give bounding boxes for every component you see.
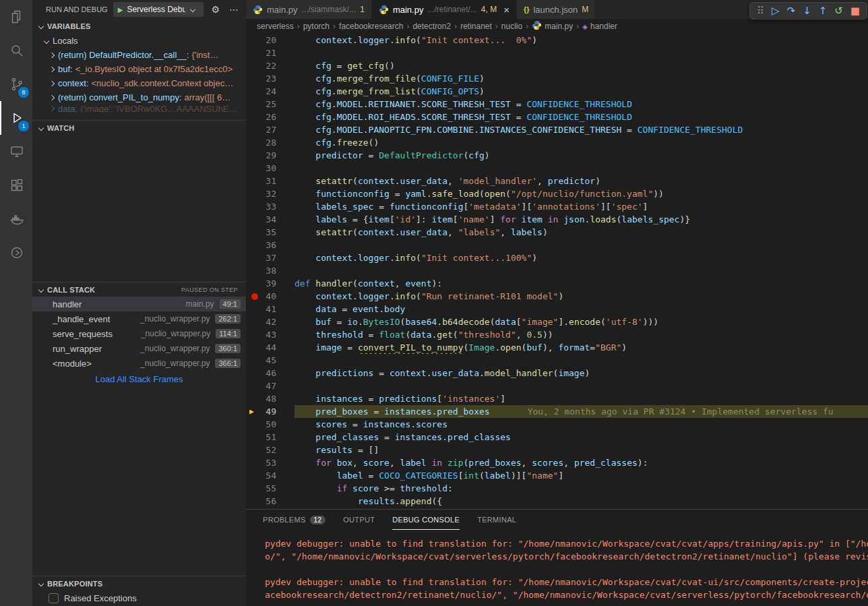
gutter[interactable]: 20 bbox=[246, 34, 294, 47]
gutter[interactable]: 46 bbox=[246, 367, 294, 380]
variables-section-header[interactable]: VARIABLES bbox=[32, 19, 246, 34]
activity-remote-explorer[interactable] bbox=[0, 135, 32, 169]
code-line[interactable]: 53 for box, score, label in zip(pred_box… bbox=[246, 456, 868, 469]
gutter[interactable]: 43 bbox=[246, 328, 294, 341]
variable-row[interactable]: context:<nuclio_sdk.context.Context obje… bbox=[32, 76, 246, 90]
activity-search[interactable] bbox=[0, 34, 32, 67]
gutter[interactable]: 37 bbox=[246, 251, 294, 264]
gutter[interactable]: 32 bbox=[246, 187, 294, 200]
gutter[interactable]: 55 bbox=[246, 482, 294, 495]
gutter[interactable]: 36 bbox=[246, 239, 294, 251]
breakpoint-row[interactable]: Raised Exceptions bbox=[32, 590, 246, 605]
code-line[interactable]: 25 cfg.MODEL.RETINANET.SCORE_THRESH_TEST… bbox=[246, 98, 868, 111]
code-line[interactable]: 26 cfg.MODEL.ROI_HEADS.SCORE_THRESH_TEST… bbox=[246, 111, 868, 123]
disconnect-icon[interactable]: ■ bbox=[850, 6, 860, 16]
code-line[interactable]: 55 if score >= threshold: bbox=[246, 482, 868, 495]
code-line[interactable]: ▶49 pred_boxes = instances.pred_boxesYou… bbox=[246, 405, 868, 418]
code-line[interactable]: 38 bbox=[246, 264, 868, 277]
gutter[interactable]: 31 bbox=[246, 175, 294, 187]
gutter[interactable]: 34 bbox=[246, 213, 294, 226]
gutter[interactable]: ▶49 bbox=[246, 405, 294, 418]
gutter[interactable]: 42 bbox=[246, 315, 294, 328]
code-line[interactable]: 20 context.logger.info("Init context... … bbox=[246, 34, 868, 47]
debug-console-output[interactable]: pydev debugger: unable to find translati… bbox=[246, 530, 868, 606]
code-line[interactable]: 39def handler(context, event): bbox=[246, 277, 868, 290]
gutter[interactable]: 30 bbox=[246, 162, 294, 175]
step-out-icon[interactable]: ↑ bbox=[819, 6, 828, 16]
gutter[interactable]: 33 bbox=[246, 200, 294, 213]
watch-section-header[interactable]: WATCH bbox=[32, 120, 246, 135]
gutter[interactable]: 38 bbox=[246, 264, 294, 277]
gutter[interactable]: 28 bbox=[246, 136, 294, 149]
editor-tab[interactable]: main.py.../retinanet/...4, M× bbox=[372, 0, 517, 19]
code-line[interactable]: 47 bbox=[246, 380, 868, 392]
breadcrumb-item[interactable]: nuclio bbox=[501, 22, 522, 31]
code-line[interactable]: 22 cfg = get_cfg() bbox=[246, 59, 868, 72]
gutter[interactable]: 56 bbox=[246, 495, 294, 508]
gutter[interactable]: 35 bbox=[246, 226, 294, 239]
code-line[interactable]: 43 threshold = float(data.get("threshold… bbox=[246, 328, 868, 341]
code-line[interactable]: 33 labels_spec = functionconfig['metadat… bbox=[246, 200, 868, 213]
gutter[interactable]: 44 bbox=[246, 341, 294, 354]
code-line[interactable]: 30 bbox=[246, 162, 868, 175]
gutter[interactable]: 39 bbox=[246, 277, 294, 290]
gutter[interactable]: 47 bbox=[246, 380, 294, 392]
gutter[interactable]: 41 bbox=[246, 303, 294, 315]
breadcrumb-item[interactable]: serverless bbox=[257, 22, 294, 31]
more-actions-icon[interactable]: ⋯ bbox=[227, 4, 241, 15]
gutter[interactable]: 51 bbox=[246, 431, 294, 444]
code-line[interactable]: 41 data = event.body bbox=[246, 303, 868, 315]
gutter[interactable]: 29 bbox=[246, 149, 294, 162]
code-line[interactable]: 24 cfg.merge_from_list(CONFIG_OPTS) bbox=[246, 85, 868, 98]
gutter[interactable]: 52 bbox=[246, 444, 294, 456]
gutter[interactable]: 27 bbox=[246, 123, 294, 136]
editor-tab[interactable]: {}launch.jsonM bbox=[517, 0, 596, 19]
code-line[interactable]: 50 scores = instances.scores bbox=[246, 418, 868, 431]
activity-live-share[interactable] bbox=[0, 236, 32, 270]
stack-frame[interactable]: run_wrapper_nuclio_wrapper.py360:1 bbox=[32, 341, 246, 356]
activity-source-control[interactable]: 8 bbox=[0, 67, 32, 101]
gutter[interactable]: 21 bbox=[246, 47, 294, 59]
gutter[interactable]: 53 bbox=[246, 456, 294, 469]
activity-docker[interactable] bbox=[0, 202, 32, 236]
step-into-icon[interactable]: ↓ bbox=[803, 6, 811, 16]
code-line[interactable]: 23 cfg.merge_from_file(CONFIG_FILE) bbox=[246, 72, 868, 85]
gutter[interactable]: 23 bbox=[246, 72, 294, 85]
code-line[interactable]: 48 instances = predictions['instances'] bbox=[246, 392, 868, 405]
breadcrumb-item[interactable]: detectron2 bbox=[412, 22, 451, 31]
gutter[interactable]: 24 bbox=[246, 85, 294, 98]
code-line[interactable]: 40 context.logger.info("Run retinanet-R1… bbox=[246, 290, 868, 303]
gutter[interactable]: 50 bbox=[246, 418, 294, 431]
variable-row[interactable]: (return) DefaultPredictor.__call__:{'ins… bbox=[32, 48, 246, 62]
breadcrumb-item[interactable]: pytorch bbox=[303, 22, 330, 31]
gear-icon[interactable]: ⚙ bbox=[209, 4, 222, 15]
stack-frame[interactable]: serve_requests_nuclio_wrapper.py114:1 bbox=[32, 326, 246, 341]
breadcrumb-item[interactable]: facebookresearch bbox=[339, 22, 403, 31]
code-line[interactable]: 54 label = COCO_CATEGORIES[int(label)]["… bbox=[246, 469, 868, 482]
panel-tab-output[interactable]: OUTPUT bbox=[343, 510, 375, 530]
editor-tab[interactable]: main.py.../siammask/...1 bbox=[246, 0, 372, 19]
breakpoints-section-header[interactable]: BREAKPOINTS bbox=[32, 576, 246, 590]
code-line[interactable]: 37 context.logger.info("Init context...1… bbox=[246, 251, 868, 264]
code-line[interactable]: 27 cfg.MODEL.PANOPTIC_FPN.COMBINE.INSTAN… bbox=[246, 123, 868, 136]
code-line[interactable]: 35 setattr(context.user_data, "labels", … bbox=[246, 226, 868, 239]
stack-frame[interactable]: handlermain.py49:1 bbox=[32, 297, 246, 311]
close-icon[interactable]: × bbox=[503, 5, 509, 15]
variable-row[interactable]: data:{'image': 'iVBORw0KG…AAAANSUhE… bbox=[32, 104, 246, 113]
breadcrumb-item[interactable]: ◈handler bbox=[582, 22, 617, 31]
variable-row[interactable]: buf:<_io.BytesIO object at 0x7f5a2dc1ecc… bbox=[32, 62, 246, 76]
gutter[interactable]: 22 bbox=[246, 59, 294, 72]
checkbox[interactable] bbox=[49, 593, 59, 603]
restart-icon[interactable]: ↺ bbox=[834, 6, 843, 16]
gutter[interactable]: 40 bbox=[246, 290, 294, 303]
code-line[interactable]: 51 pred_classes = instances.pred_classes bbox=[246, 431, 868, 444]
start-debug-icon[interactable]: ▶ bbox=[118, 6, 123, 13]
panel-tab-problems[interactable]: PROBLEMS12 bbox=[263, 510, 326, 530]
drag-grip-icon[interactable]: ⠿ bbox=[757, 6, 764, 16]
continue-icon[interactable]: ▷ bbox=[772, 6, 780, 16]
code-line[interactable]: 32 functionconfig = yaml.safe_load(open(… bbox=[246, 187, 868, 200]
code-line[interactable]: 44 image = convert_PIL_to_numpy(Image.op… bbox=[246, 341, 868, 354]
step-over-icon[interactable]: ↷ bbox=[787, 6, 796, 16]
stack-frame[interactable]: _handle_event_nuclio_wrapper.py262:1 bbox=[32, 311, 246, 326]
gutter[interactable]: 54 bbox=[246, 469, 294, 482]
